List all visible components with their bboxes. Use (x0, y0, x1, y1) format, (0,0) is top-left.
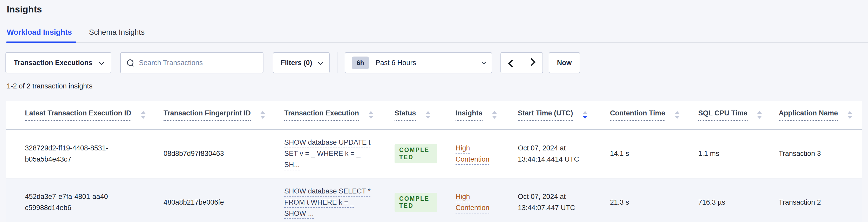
column-header-start-time[interactable]: Start Time (UTC) (510, 109, 602, 121)
time-range-picker[interactable]: 6h Past 6 Hours (345, 52, 492, 73)
insight-type-dropdown-label: Transaction Executions (14, 59, 92, 67)
insight-type-dropdown[interactable]: Transaction Executions (5, 52, 111, 73)
column-header-label: Start Time (UTC) (518, 109, 573, 121)
insight-high-contention-link[interactable]: High Contention (456, 142, 497, 165)
table-header-row: Latest Transaction Execution ID Transact… (6, 101, 862, 130)
column-header-label: Latest Transaction Execution ID (25, 109, 131, 121)
column-header-label: Insights (456, 109, 483, 121)
time-range-label: Past 6 Hours (376, 59, 475, 67)
now-button[interactable]: Now (549, 52, 580, 73)
sort-icon[interactable] (260, 111, 265, 119)
chevron-right-icon (527, 58, 535, 66)
column-header-label: Transaction Fingerprint ID (163, 109, 251, 121)
tab-bar: Workload Insights Schema Insights (0, 28, 868, 43)
results-summary: 1-2 of 2 transaction insights (7, 82, 868, 90)
time-range-prev-button[interactable] (501, 53, 522, 73)
chevron-down-icon (99, 59, 104, 65)
column-header-label: SQL CPU Time (698, 109, 748, 121)
cell-execution-id: 452da3e7-e7fa-4801-aa40-c59988d14eb6 (6, 184, 156, 221)
sort-icon[interactable] (368, 111, 374, 119)
sort-icon[interactable] (847, 111, 852, 119)
transaction-execution-link[interactable]: SHOW database SELECT * FROM t WHERE k = … (284, 186, 376, 219)
tab-workload-insights[interactable]: Workload Insights (7, 28, 72, 43)
toolbar-divider (337, 52, 337, 73)
now-button-label: Now (557, 59, 572, 67)
cell-fingerprint-id: 08d8b7d97f830463 (156, 141, 276, 166)
column-header-status[interactable]: Status (387, 109, 448, 121)
search-icon (127, 59, 134, 66)
search-input[interactable] (139, 59, 257, 67)
cell-execution-id: 328729d2-ff19-4408-8531-b05a5b4e43c7 (6, 135, 156, 172)
toolbar: Transaction Executions Filters (0) 6h Pa… (5, 52, 868, 73)
cell-sql-cpu-time: 1.1 ms (690, 141, 771, 166)
sort-icon-descending-active[interactable] (583, 111, 588, 119)
sort-icon[interactable] (757, 111, 762, 119)
cell-application-name: Transaction 2 (771, 190, 862, 215)
chevron-down-icon (482, 60, 486, 64)
cell-application-name: Transaction 3 (771, 141, 862, 166)
cell-fingerprint-id: 480a8b217be006fe (156, 190, 276, 215)
insight-high-contention-link[interactable]: High Contention (456, 191, 497, 214)
column-header-latest-transaction-execution-id[interactable]: Latest Transaction Execution ID (6, 109, 156, 121)
insights-table-card: Latest Transaction Execution ID Transact… (6, 101, 862, 222)
cell-contention-time: 14.1 s (602, 141, 690, 166)
column-header-insights[interactable]: Insights (448, 109, 510, 121)
filters-button-label: Filters (0) (281, 59, 312, 67)
search-box[interactable] (120, 52, 264, 73)
table-row: 452da3e7-e7fa-4801-aa40-c59988d14eb6 480… (6, 179, 862, 222)
column-header-contention-time[interactable]: Contention Time (602, 109, 690, 121)
column-header-label: Contention Time (610, 109, 665, 121)
column-header-transaction-execution[interactable]: Transaction Execution (276, 109, 387, 121)
time-range-step-group (500, 52, 543, 73)
page-title: Insights (0, 0, 868, 14)
transaction-execution-link[interactable]: SHOW database UPDATE t SET v = _ WHERE k… (284, 137, 376, 171)
time-range-next-button[interactable] (522, 53, 542, 73)
status-badge: COMPLETED (395, 193, 437, 212)
column-header-sql-cpu-time[interactable]: SQL CPU Time (690, 109, 771, 121)
status-badge: COMPLETED (395, 144, 437, 163)
table-row: 328729d2-ff19-4408-8531-b05a5b4e43c7 08d… (6, 130, 862, 179)
column-header-label: Transaction Execution (284, 109, 359, 121)
cell-start-time: Oct 07, 2024 at 13:44:07.447 UTC (510, 184, 593, 221)
sort-icon[interactable] (141, 111, 146, 119)
chevron-down-icon (318, 59, 323, 65)
cell-sql-cpu-time: 716.3 µs (690, 190, 771, 215)
cell-start-time: Oct 07, 2024 at 13:44:14.4414 UTC (510, 135, 593, 172)
tab-schema-insights[interactable]: Schema Insights (89, 28, 145, 43)
sort-icon[interactable] (675, 111, 680, 119)
time-range-badge: 6h (352, 57, 369, 69)
chevron-left-icon (508, 59, 516, 67)
sort-icon[interactable] (492, 111, 497, 119)
column-header-label: Application Name (779, 109, 838, 121)
cell-contention-time: 21.3 s (602, 190, 690, 215)
insights-page: Insights Workload Insights Schema Insigh… (0, 0, 868, 222)
column-header-application-name[interactable]: Application Name (771, 109, 862, 121)
column-header-label: Status (395, 109, 416, 121)
column-header-transaction-fingerprint-id[interactable]: Transaction Fingerprint ID (156, 109, 276, 121)
filters-button[interactable]: Filters (0) (273, 52, 330, 73)
sort-icon[interactable] (426, 111, 431, 119)
